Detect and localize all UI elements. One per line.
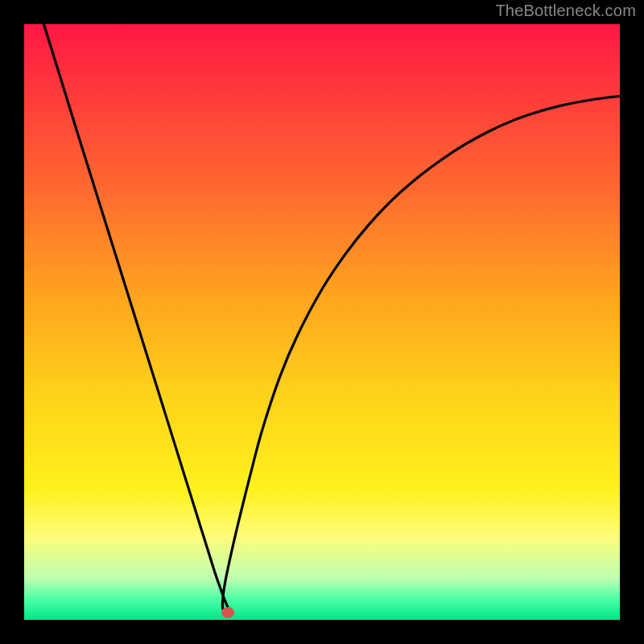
plot-area <box>24 24 620 620</box>
chart-frame: TheBottleneck.com <box>0 0 644 644</box>
plot-svg <box>24 24 620 620</box>
watermark-label: TheBottleneck.com <box>495 2 636 20</box>
optimal-point-marker <box>221 607 234 618</box>
